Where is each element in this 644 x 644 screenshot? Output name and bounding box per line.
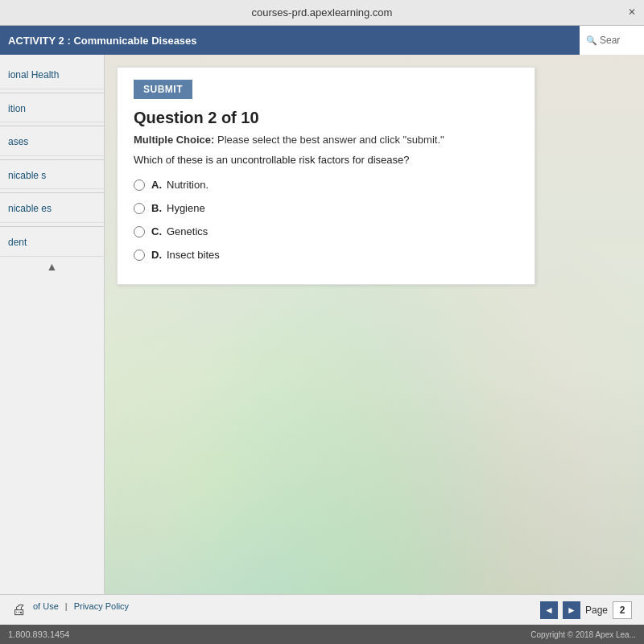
sidebar-divider-4 bbox=[0, 192, 104, 193]
sidebar-item-nutrition[interactable]: ition bbox=[0, 97, 104, 123]
bottom-right: ◄ ► Page 2 bbox=[540, 601, 632, 619]
separator: | bbox=[65, 601, 68, 618]
search-box[interactable]: 🔍 Sear bbox=[580, 26, 644, 55]
sidebar-scroll-up[interactable]: ▲ bbox=[0, 257, 104, 276]
sidebar-item-communicable[interactable]: nicable s bbox=[0, 163, 104, 190]
content-area: ional Health ition ases nicable s nicabl… bbox=[0, 55, 644, 594]
radio-b[interactable] bbox=[134, 203, 145, 214]
option-b-letter: B. bbox=[151, 202, 162, 214]
prev-page-button[interactable]: ◄ bbox=[540, 601, 558, 619]
option-d[interactable]: D. Insect bites bbox=[134, 249, 518, 261]
privacy-link[interactable]: Privacy Policy bbox=[74, 601, 129, 618]
option-c[interactable]: C. Genetics bbox=[134, 225, 518, 237]
bottom-bar: 🖨 of Use | Privacy Policy ◄ ► Page 2 bbox=[0, 594, 644, 625]
sidebar-divider-2 bbox=[0, 126, 104, 126]
sidebar-item-diseases[interactable]: ases bbox=[0, 130, 104, 156]
option-a-letter: A. bbox=[151, 179, 162, 191]
question-instruction: Multiple Choice: Please select the best … bbox=[134, 134, 518, 146]
page-number: 2 bbox=[613, 601, 632, 619]
option-a-text: Nutrition. bbox=[167, 179, 208, 191]
main-content: SUBMIT Question 2 of 10 Multiple Choice:… bbox=[105, 55, 644, 594]
question-number: Question 2 of 10 bbox=[134, 109, 518, 127]
question-text: Which of these is an uncontrollable risk… bbox=[134, 154, 518, 166]
browser-controls: ✕ bbox=[628, 6, 636, 18]
activity-title: ACTIVITY 2 : Communicable Diseases bbox=[8, 35, 197, 47]
radio-c[interactable] bbox=[134, 226, 145, 237]
search-text: Sear bbox=[600, 35, 620, 46]
option-a[interactable]: A. Nutrition. bbox=[134, 179, 518, 191]
top-nav: ACTIVITY 2 : Communicable Diseases 🔍 Sea… bbox=[0, 26, 644, 55]
search-icon: 🔍 bbox=[586, 35, 597, 46]
radio-a[interactable] bbox=[134, 180, 145, 191]
status-bar: 1.800.893.1454 Copyright © 2018 Apex Lea… bbox=[0, 625, 644, 644]
radio-d[interactable] bbox=[134, 250, 145, 261]
submit-button[interactable]: SUBMIT bbox=[134, 80, 192, 99]
option-c-text: Genetics bbox=[167, 225, 208, 237]
sidebar-divider-1 bbox=[0, 93, 104, 93]
page-wrapper: ACTIVITY 2 : Communicable Diseases 🔍 Sea… bbox=[0, 26, 644, 644]
question-card: SUBMIT Question 2 of 10 Multiple Choice:… bbox=[117, 67, 535, 285]
next-page-button[interactable]: ► bbox=[563, 601, 580, 619]
browser-chrome: courses-prd.apexlearning.com ✕ bbox=[0, 0, 644, 26]
phone-number: 1.800.893.1454 bbox=[8, 630, 69, 639]
instruction-bold: Multiple Choice: bbox=[134, 134, 214, 146]
sidebar-divider-5 bbox=[0, 226, 104, 227]
option-c-letter: C. bbox=[151, 225, 162, 237]
page-nav: ◄ ► Page 2 bbox=[540, 601, 632, 619]
sidebar: ional Health ition ases nicable s nicabl… bbox=[0, 55, 105, 594]
page-label: Page bbox=[585, 605, 608, 616]
option-b-text: Hygiene bbox=[167, 202, 205, 214]
option-d-letter: D. bbox=[151, 249, 162, 261]
instruction-text: Please select the best answer and click … bbox=[214, 134, 444, 146]
print-icon[interactable]: 🖨 bbox=[12, 601, 27, 618]
url-bar: courses-prd.apexlearning.com bbox=[252, 6, 393, 19]
bottom-links: 🖨 of Use | Privacy Policy bbox=[12, 601, 129, 618]
option-b[interactable]: B. Hygiene bbox=[134, 202, 518, 214]
sidebar-item-student[interactable]: dent bbox=[0, 230, 104, 257]
option-d-text: Insect bites bbox=[167, 249, 220, 261]
sidebar-divider-3 bbox=[0, 159, 104, 160]
sidebar-item-noncommunicable[interactable]: nicable es bbox=[0, 196, 104, 223]
terms-link[interactable]: of Use bbox=[33, 601, 59, 618]
sidebar-item-personal-health[interactable]: ional Health bbox=[0, 63, 104, 89]
copyright: Copyright © 2018 Apex Lea... bbox=[530, 630, 636, 639]
